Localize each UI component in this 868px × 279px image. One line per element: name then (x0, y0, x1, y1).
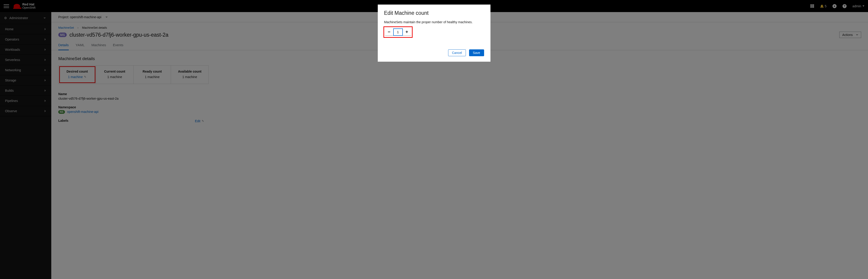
count-stepper: − + (384, 27, 412, 37)
edit-machine-count-modal: Edit Machine count MachineSets maintain … (378, 5, 491, 62)
save-button[interactable]: Save (469, 50, 484, 56)
cancel-button[interactable]: Cancel (448, 50, 466, 56)
count-input[interactable] (393, 28, 403, 36)
increment-button[interactable]: + (403, 28, 411, 36)
modal-overlay[interactable]: Edit Machine count MachineSets maintain … (0, 0, 868, 279)
modal-title: Edit Machine count (384, 10, 484, 16)
modal-description: MachineSets maintain the proper number o… (384, 20, 484, 24)
decrement-button[interactable]: − (385, 28, 393, 36)
